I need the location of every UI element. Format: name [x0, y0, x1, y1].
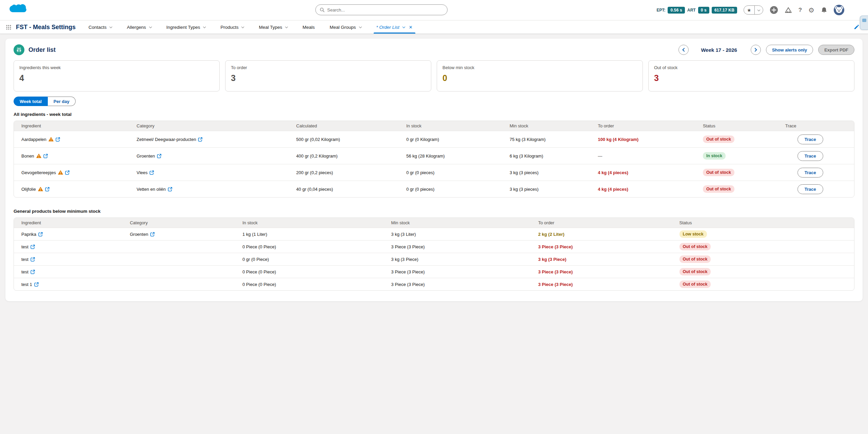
- ingredient-name: test: [21, 257, 28, 262]
- favorites-dropdown-button[interactable]: [755, 6, 763, 14]
- table-row: Gevogeltereepjes Vlees 200 gr (0,2 piece…: [14, 164, 854, 181]
- performance-metrics: EPT: 0.56 s ART 0 s 617.17 KB: [656, 7, 737, 14]
- status-badge: In stock: [703, 152, 726, 160]
- help-icon[interactable]: ?: [798, 7, 802, 14]
- main-table-title: All ingredients - week total: [14, 112, 854, 117]
- status-badge: Out of stock: [679, 281, 711, 288]
- table-row: Paprika Groenten 1 kg (1 Liter) 3 kg (3 …: [14, 228, 854, 240]
- tab-ingredient-types[interactable]: Ingredient Types: [159, 21, 213, 34]
- to-order-cell: —: [598, 153, 703, 159]
- to-order-cell: 3 Piece (3 Piece): [538, 269, 679, 274]
- ingredient-name: Paprika: [21, 232, 36, 237]
- category-name: Vetten en oliën: [137, 187, 166, 192]
- external-link-icon[interactable]: [56, 137, 60, 142]
- tab-products[interactable]: Products: [213, 21, 251, 34]
- table-row: test 0 Piece (0 Piece) 3 Piece (3 Piece)…: [14, 240, 854, 253]
- stat-card-below-min-stock: Below min stock 0: [437, 60, 643, 91]
- edit-pencil-icon[interactable]: [854, 24, 859, 31]
- external-link-icon[interactable]: [157, 154, 161, 158]
- table-row: test 0 Piece (0 Piece) 3 Piece (3 Piece)…: [14, 265, 854, 278]
- in-stock-cell: 0 Piece (0 Piece): [242, 282, 391, 287]
- category-name: Zetmeel/ Deegwaar-producten: [137, 137, 196, 142]
- previous-week-button[interactable]: [678, 45, 689, 55]
- tab-meal-groups[interactable]: Meal Groups: [322, 21, 369, 34]
- week-total-toggle[interactable]: Week total: [14, 97, 48, 106]
- search-icon: [320, 7, 324, 12]
- next-week-button[interactable]: [751, 45, 761, 55]
- export-pdf-button[interactable]: Export PDF: [818, 45, 854, 55]
- global-add-icon[interactable]: [770, 6, 778, 14]
- chevron-down-icon[interactable]: [241, 25, 244, 28]
- trace-button[interactable]: Trace: [797, 184, 823, 194]
- to-order-cell: 3 Piece (3 Piece): [538, 282, 679, 287]
- calculated-cell: 400 gr (0,2 Kilogram): [296, 153, 407, 159]
- table-row: Aardappelen Zetmeel/ Deegwaar-producten …: [14, 131, 854, 147]
- trace-button[interactable]: Trace: [797, 151, 823, 161]
- external-link-icon[interactable]: [31, 270, 35, 274]
- in-stock-cell: 0 gr (0 pieces): [406, 170, 510, 175]
- page-title: Order list: [28, 46, 56, 54]
- table-row: test 1 0 Piece (0 Piece) 3 Piece (3 Piec…: [14, 278, 854, 290]
- trace-button[interactable]: Trace: [797, 135, 823, 144]
- external-link-icon[interactable]: [65, 170, 70, 175]
- ept-value-badge: 0.56 s: [668, 7, 685, 14]
- per-day-toggle[interactable]: Per day: [48, 97, 76, 106]
- below-min-table-title: General products below minimum stock: [14, 209, 854, 214]
- favorites-control[interactable]: ★: [744, 5, 763, 15]
- external-link-icon[interactable]: [150, 170, 154, 175]
- tab-order-list-active[interactable]: * Order List ✕: [369, 21, 420, 34]
- order-list-object-icon: [14, 44, 24, 55]
- chevron-down-icon[interactable]: [110, 25, 112, 28]
- chevron-down-icon[interactable]: [359, 25, 361, 28]
- table-header-row: Ingredient Category In stock Min stock T…: [14, 218, 854, 228]
- to-order-cell: 2 kg (2 Liter): [538, 232, 679, 237]
- external-link-icon[interactable]: [38, 232, 43, 236]
- external-link-icon[interactable]: [168, 187, 172, 191]
- global-search[interactable]: [315, 4, 448, 15]
- setup-gear-icon[interactable]: ⚙: [808, 7, 814, 14]
- trace-button[interactable]: Trace: [797, 168, 823, 178]
- chevron-down-icon[interactable]: [402, 25, 405, 28]
- calculated-cell: 500 gr (0,02 Kilogram): [296, 137, 407, 142]
- min-stock-cell: 3 kg (3 Liter): [391, 232, 538, 237]
- search-input[interactable]: [327, 7, 443, 13]
- order-list-panel: Order list Week 17 - 2026 Show alerts on…: [5, 39, 863, 301]
- app-navigation-bar: FST - Meals Settings Contacts Allergens …: [0, 21, 868, 34]
- ingredient-name: test: [21, 244, 28, 249]
- favorite-star-icon[interactable]: ★: [744, 6, 755, 14]
- external-link-icon[interactable]: [198, 137, 202, 142]
- close-tab-icon[interactable]: ✕: [409, 25, 413, 30]
- ingredient-name: Aardappelen: [21, 137, 46, 142]
- warning-icon: [36, 153, 41, 158]
- trailhead-icon[interactable]: [785, 7, 792, 14]
- show-alerts-only-button[interactable]: Show alerts only: [766, 45, 813, 55]
- chevron-down-icon[interactable]: [149, 25, 152, 28]
- stat-card-to-order: To order 3: [225, 60, 431, 91]
- notifications-bell-icon[interactable]: [821, 7, 827, 13]
- ingredient-name: Bonen: [21, 153, 34, 159]
- external-link-icon[interactable]: [150, 232, 155, 236]
- external-link-icon[interactable]: [45, 187, 50, 191]
- external-link-icon[interactable]: [43, 154, 48, 158]
- chevron-down-icon[interactable]: [285, 25, 288, 28]
- external-link-icon[interactable]: [31, 257, 35, 262]
- external-link-icon[interactable]: [31, 245, 35, 249]
- tab-allergens[interactable]: Allergens: [119, 21, 159, 34]
- min-stock-cell: 6 kg (3 Kilogram): [510, 153, 598, 159]
- stat-card-ingredients-this-week: Ingredients this week 4: [14, 60, 220, 91]
- status-badge: Out of stock: [703, 136, 734, 143]
- app-launcher-icon[interactable]: [6, 25, 11, 30]
- tab-meal-types[interactable]: Meal Types: [251, 21, 295, 34]
- ingredient-name: test: [21, 269, 28, 274]
- user-avatar[interactable]: [834, 5, 844, 15]
- status-badge: Out of stock: [679, 268, 711, 275]
- external-link-icon[interactable]: [34, 282, 39, 287]
- nav-tabs: Contacts Allergens Ingredient Types Prod…: [81, 21, 420, 34]
- view-toggle: Week total Per day: [14, 97, 76, 106]
- chevron-down-icon[interactable]: [203, 25, 206, 28]
- browser-extension-popup-edge[interactable]: [860, 16, 868, 30]
- calculated-cell: 200 gr (0,2 pieces): [296, 170, 407, 175]
- tab-meals[interactable]: Meals: [295, 21, 322, 34]
- in-stock-cell: 0 Piece (0 Piece): [242, 244, 391, 249]
- tab-contacts[interactable]: Contacts: [81, 21, 119, 34]
